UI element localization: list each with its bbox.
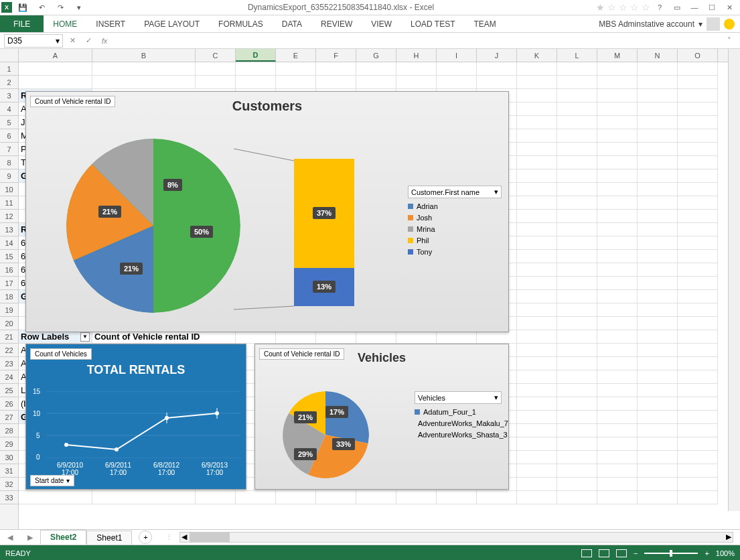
cell[interactable] — [638, 76, 678, 89]
cell[interactable] — [557, 102, 597, 116]
cell[interactable] — [517, 169, 557, 183]
cell[interactable] — [517, 76, 557, 89]
row-header[interactable]: 26 — [0, 397, 18, 411]
col-header[interactable]: K — [517, 49, 557, 62]
cell[interactable] — [678, 464, 718, 478]
cell[interactable] — [638, 183, 678, 196]
cell[interactable] — [517, 357, 557, 370]
cell[interactable] — [396, 76, 437, 89]
row-header[interactable]: 33 — [0, 491, 18, 504]
cell[interactable] — [597, 143, 638, 156]
cell[interactable] — [316, 76, 356, 89]
cell[interactable] — [517, 491, 557, 504]
col-header[interactable]: M — [597, 49, 638, 62]
cell[interactable] — [678, 89, 718, 102]
cell[interactable] — [638, 156, 678, 169]
cell[interactable] — [517, 330, 557, 344]
cell[interactable] — [517, 116, 557, 129]
cell[interactable] — [437, 330, 477, 344]
cell[interactable] — [276, 491, 316, 504]
col-header[interactable]: F — [316, 49, 356, 62]
formula-input[interactable] — [114, 34, 720, 48]
cell[interactable] — [678, 263, 718, 277]
cell[interactable] — [557, 317, 597, 330]
row-header[interactable]: 12 — [0, 210, 18, 223]
ribbon-options-icon[interactable]: ▭ — [669, 1, 685, 14]
cell[interactable] — [236, 62, 276, 76]
cell[interactable] — [557, 76, 597, 89]
row-header[interactable]: 20 — [0, 317, 18, 330]
row-header[interactable]: 10 — [0, 183, 18, 196]
row-header[interactable]: 27 — [0, 411, 18, 424]
cell[interactable] — [678, 330, 718, 344]
cell[interactable] — [92, 491, 196, 504]
cell[interactable] — [638, 437, 678, 451]
tab-view[interactable]: VIEW — [362, 15, 401, 32]
cell[interactable] — [597, 156, 638, 169]
row-header[interactable]: 22 — [0, 344, 18, 357]
cell[interactable] — [597, 196, 638, 210]
zoom-in-icon[interactable]: + — [705, 549, 709, 557]
row-header[interactable]: 25 — [0, 384, 18, 397]
cell[interactable] — [638, 290, 678, 303]
cell[interactable] — [597, 183, 638, 196]
row-header[interactable]: 31 — [0, 464, 18, 478]
cell[interactable] — [678, 236, 718, 250]
row-header[interactable]: 15 — [0, 250, 18, 263]
pagelayout-view-icon[interactable] — [599, 549, 609, 557]
cell[interactable] — [557, 223, 597, 236]
row-header[interactable]: 30 — [0, 451, 18, 464]
close-icon[interactable]: ✕ — [721, 1, 737, 14]
tab-loadtest[interactable]: LOAD TEST — [401, 15, 464, 32]
cell[interactable] — [597, 169, 638, 183]
cell[interactable] — [517, 277, 557, 290]
help-icon[interactable]: ? — [652, 1, 668, 14]
cell[interactable] — [276, 62, 316, 76]
cell[interactable] — [396, 330, 437, 344]
cell[interactable] — [517, 143, 557, 156]
cell[interactable] — [678, 397, 718, 411]
cell[interactable] — [678, 370, 718, 384]
row-header[interactable]: 19 — [0, 303, 18, 317]
tab-formulas[interactable]: FORMULAS — [209, 15, 273, 32]
cell[interactable] — [557, 290, 597, 303]
horizontal-scrollbar[interactable]: ◀ ▶ — [179, 532, 733, 543]
row-header[interactable]: 3 — [0, 89, 18, 102]
cell[interactable] — [597, 129, 638, 143]
filter-icon[interactable]: ▼ — [80, 332, 90, 342]
cell[interactable] — [678, 437, 718, 451]
sheet-tab[interactable]: Sheet1 — [86, 531, 132, 545]
row-header[interactable]: 11 — [0, 196, 18, 210]
cell[interactable] — [597, 102, 638, 116]
row-header[interactable]: 6 — [0, 129, 18, 143]
enter-icon[interactable]: ✓ — [82, 34, 95, 48]
row-header[interactable]: 13 — [0, 223, 18, 236]
cell[interactable] — [396, 491, 437, 504]
cell[interactable] — [678, 143, 718, 156]
minimize-icon[interactable]: — — [686, 1, 702, 14]
row-header[interactable]: 5 — [0, 116, 18, 129]
avatar[interactable] — [707, 17, 720, 31]
maximize-icon[interactable]: ☐ — [704, 1, 720, 14]
cell[interactable] — [517, 451, 557, 464]
row-header[interactable]: 32 — [0, 478, 18, 491]
cell[interactable] — [19, 491, 92, 504]
cell[interactable] — [517, 303, 557, 317]
row-header[interactable]: 14 — [0, 236, 18, 250]
cell[interactable] — [638, 210, 678, 223]
cell[interactable] — [517, 89, 557, 102]
row-header[interactable]: 23 — [0, 357, 18, 370]
zoom-out-icon[interactable]: − — [634, 549, 638, 557]
cell[interactable] — [638, 478, 678, 491]
chart-customers[interactable]: Count of Vehicle rental ID Customers 8% … — [25, 91, 509, 332]
cell[interactable] — [356, 491, 396, 504]
cell[interactable] — [477, 76, 517, 89]
cell[interactable] — [597, 384, 638, 397]
cell[interactable] — [196, 76, 236, 89]
cell[interactable] — [517, 478, 557, 491]
col-header[interactable]: I — [437, 49, 477, 62]
cell[interactable] — [597, 344, 638, 357]
cell[interactable] — [638, 330, 678, 344]
cell[interactable] — [557, 357, 597, 370]
cell[interactable] — [517, 156, 557, 169]
